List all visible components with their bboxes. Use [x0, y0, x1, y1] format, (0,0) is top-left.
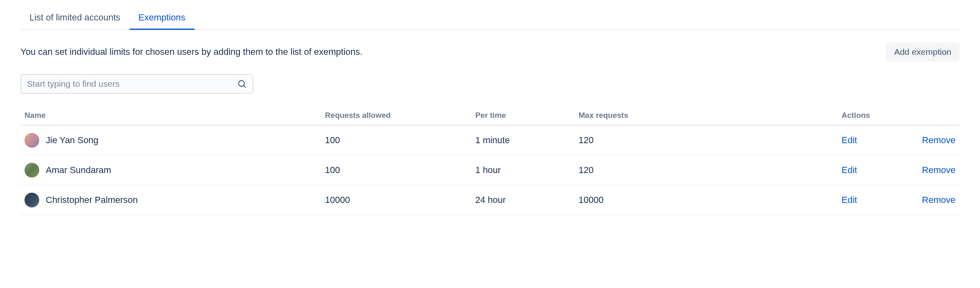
table-row: Amar Sundaram 1001 hour120EditRemove	[20, 155, 960, 185]
svg-line-1	[244, 86, 246, 88]
user-cell: Jie Yan Song	[25, 133, 317, 148]
search-box[interactable]	[20, 74, 253, 94]
user-name: Christopher Palmerson	[46, 195, 138, 205]
user-cell: Christopher Palmerson	[25, 193, 317, 207]
edit-link[interactable]: Edit	[841, 195, 857, 205]
cell-per-time: 24 hour	[471, 185, 575, 215]
user-name: Amar Sundaram	[46, 165, 111, 176]
cell-requests-allowed: 100	[321, 125, 471, 155]
cell-max-requests: 10000	[575, 185, 837, 215]
cell-max-requests: 120	[575, 125, 837, 155]
col-header-per-time: Per time	[471, 106, 575, 125]
add-exemption-button[interactable]: Add exemption	[886, 42, 960, 62]
tab-exemptions[interactable]: Exemptions	[130, 8, 195, 30]
svg-point-0	[239, 81, 244, 86]
remove-link[interactable]: Remove	[922, 195, 955, 205]
page-description: You can set individual limits for chosen…	[20, 47, 362, 57]
cell-requests-allowed: 10000	[321, 185, 471, 215]
avatar	[25, 193, 39, 207]
table-row: Jie Yan Song 1001 minute120EditRemove	[20, 125, 960, 155]
cell-per-time: 1 hour	[471, 155, 575, 185]
cell-requests-allowed: 100	[321, 155, 471, 185]
avatar	[25, 133, 39, 148]
remove-link[interactable]: Remove	[922, 165, 955, 175]
cell-per-time: 1 minute	[471, 125, 575, 155]
col-header-remove	[903, 106, 960, 125]
edit-link[interactable]: Edit	[841, 135, 857, 145]
search-icon	[237, 79, 247, 89]
header-row: You can set individual limits for chosen…	[20, 42, 960, 62]
col-header-actions: Actions	[837, 106, 903, 125]
exemptions-table: Name Requests allowed Per time Max reque…	[20, 106, 960, 215]
user-cell: Amar Sundaram	[25, 163, 317, 178]
user-name: Jie Yan Song	[46, 135, 98, 146]
edit-link[interactable]: Edit	[841, 165, 857, 175]
avatar	[25, 163, 39, 178]
table-row: Christopher Palmerson 1000024 hour10000E…	[20, 185, 960, 215]
col-header-name: Name	[20, 106, 321, 125]
cell-max-requests: 120	[575, 155, 837, 185]
remove-link[interactable]: Remove	[922, 135, 955, 145]
tabs-bar: List of limited accounts Exemptions	[20, 8, 960, 30]
tab-limited-accounts[interactable]: List of limited accounts	[20, 8, 130, 30]
col-header-max-requests: Max requests	[575, 106, 837, 125]
col-header-requests-allowed: Requests allowed	[321, 106, 471, 125]
search-input[interactable]	[27, 79, 237, 89]
